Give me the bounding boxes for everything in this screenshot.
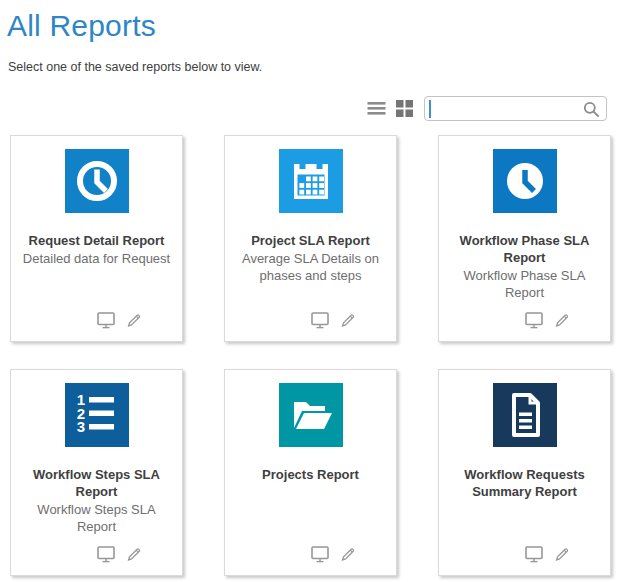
text-cursor [429, 100, 431, 118]
svg-text:3: 3 [76, 418, 84, 435]
report-card[interactable]: Workflow Requests Summary Report [438, 369, 611, 576]
monitor-icon[interactable] [311, 546, 330, 563]
list-view-icon[interactable] [367, 101, 386, 116]
report-description: Workflow Steps SLA Report [19, 501, 174, 535]
report-cards-grid: Request Detail ReportDetailed data for R… [10, 135, 611, 576]
all-reports-page: All Reports Select one of the saved repo… [0, 9, 628, 582]
report-title: Workflow Requests Summary Report [449, 466, 600, 500]
report-title: Workflow Phase SLA Report [449, 232, 600, 266]
card-actions [34, 311, 205, 329]
search-box [424, 96, 607, 121]
pencil-icon[interactable] [339, 311, 357, 329]
page-subtitle: Select one of the saved reports below to… [8, 60, 628, 74]
pencil-icon[interactable] [339, 545, 357, 563]
report-title: Request Detail Report [21, 232, 172, 249]
report-title: Workflow Steps SLA Report [21, 466, 172, 500]
toolbar [367, 95, 607, 121]
pencil-icon[interactable] [553, 311, 571, 329]
report-card[interactable]: Request Detail ReportDetailed data for R… [10, 135, 183, 342]
search-input[interactable] [432, 98, 582, 119]
monitor-icon[interactable] [525, 546, 544, 563]
pencil-icon[interactable] [125, 311, 143, 329]
pencil-icon[interactable] [553, 545, 571, 563]
numbered-list-icon[interactable]: 123 [65, 383, 129, 447]
clock-solid-icon[interactable] [493, 149, 557, 213]
calendar-icon[interactable] [279, 149, 343, 213]
magnifier-icon[interactable] [583, 101, 600, 122]
view-toggle [367, 100, 414, 117]
card-actions [34, 545, 205, 563]
monitor-icon[interactable] [97, 312, 116, 329]
report-card[interactable]: Workflow Phase SLA ReportWorkflow Phase … [438, 135, 611, 342]
grid-view-icon[interactable] [396, 100, 414, 117]
report-description: Average SLA Details on phases and steps [233, 250, 388, 284]
card-actions [462, 311, 628, 329]
report-description: Workflow Phase SLA Report [447, 267, 602, 301]
monitor-icon[interactable] [525, 312, 544, 329]
monitor-icon[interactable] [311, 312, 330, 329]
report-card[interactable]: 123Workflow Steps SLA ReportWorkflow Ste… [10, 369, 183, 576]
card-actions [248, 545, 419, 563]
card-actions [462, 545, 628, 563]
document-icon[interactable] [493, 383, 557, 447]
card-actions [248, 311, 419, 329]
report-title: Projects Report [235, 466, 386, 483]
report-card[interactable]: Project SLA ReportAverage SLA Details on… [224, 135, 397, 342]
monitor-icon[interactable] [97, 546, 116, 563]
folder-open-icon[interactable] [279, 383, 343, 447]
report-description: Detailed data for Request [19, 250, 174, 267]
report-card[interactable]: Projects Report [224, 369, 397, 576]
report-title: Project SLA Report [235, 232, 386, 249]
clock-outline-icon[interactable] [65, 149, 129, 213]
pencil-icon[interactable] [125, 545, 143, 563]
page-title: All Reports [7, 9, 628, 43]
